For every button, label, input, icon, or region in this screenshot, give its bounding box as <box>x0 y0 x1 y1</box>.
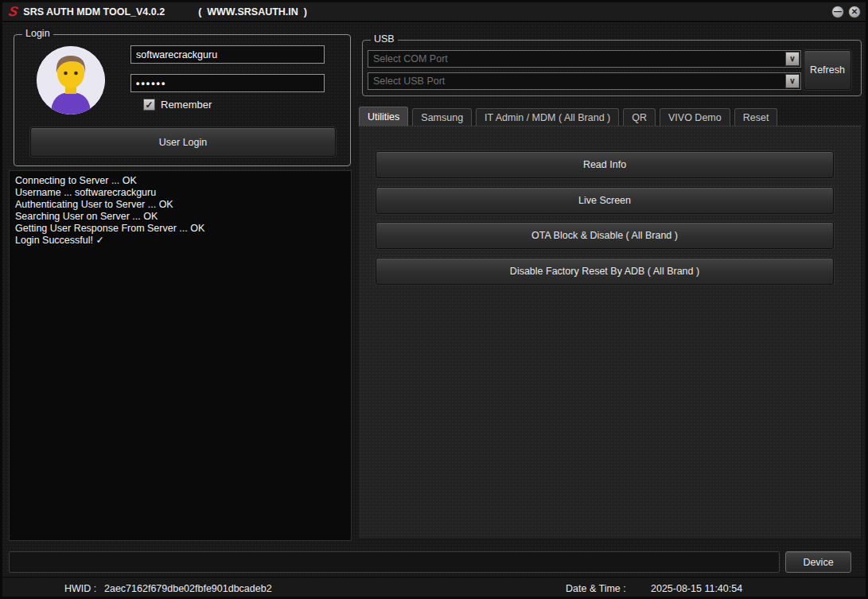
window-subtitle: ( WWW.SRSAUTH.IN ) <box>198 6 307 18</box>
username-input[interactable] <box>130 45 325 64</box>
com-port-placeholder: Select COM Port <box>368 53 785 64</box>
tab-vivo-demo[interactable]: VIVO Demo <box>660 108 730 126</box>
window-title: SRS AUTH MDM TOOL_V4.0.2 <box>23 6 165 18</box>
com-port-select[interactable]: Select COM Port ∨ <box>368 50 801 68</box>
tab-it-admin-mdm[interactable]: IT Admin / MDM ( All Brand ) <box>476 108 619 126</box>
minimize-icon: — <box>834 7 842 16</box>
log-line: Getting User Response From Server ... OK <box>15 223 345 235</box>
hwid-value: 2aec7162f679dbe02fbfe901dbcadeb2 <box>104 583 272 594</box>
password-input[interactable] <box>130 74 325 92</box>
log-output-panel[interactable]: Connecting to Server ... OK Username ...… <box>9 170 352 541</box>
tab-bar: Utilities Samsung IT Admin / MDM ( All B… <box>359 107 777 126</box>
usb-groupbox: USB Select COM Port ∨ Select USB Port ∨ … <box>362 40 862 96</box>
log-line: Searching User on Server ... OK <box>15 211 345 223</box>
minimize-button[interactable]: — <box>831 6 844 18</box>
tab-samsung[interactable]: Samsung <box>412 108 472 126</box>
log-line: Username ... softwarecrackguru <box>15 187 345 199</box>
hwid-label: HWID : <box>64 583 96 594</box>
app-logo-icon: S <box>7 5 18 18</box>
close-icon: ✕ <box>851 7 858 16</box>
remember-checkbox-row[interactable]: ✓ Remember <box>143 99 212 111</box>
progress-bar <box>9 551 780 573</box>
live-screen-button[interactable]: Live Screen <box>376 187 834 214</box>
usb-group-label: USB <box>371 33 398 45</box>
device-button-label: Device <box>803 557 833 568</box>
datetime-label: Date & Time : <box>566 583 626 594</box>
log-line: Login Successful! ✓ <box>15 235 345 247</box>
chevron-down-icon[interactable]: ∨ <box>785 74 800 88</box>
avatar <box>37 46 105 115</box>
disable-factory-reset-button[interactable]: Disable Factory Reset By ADB ( All Brand… <box>376 258 834 285</box>
ota-block-disable-button[interactable]: OTA Block & Disable ( All Brand ) <box>376 222 834 249</box>
check-icon: ✓ <box>145 99 153 111</box>
device-button[interactable]: Device <box>785 551 851 573</box>
datetime-value: 2025-08-15 11:40:54 <box>651 583 742 594</box>
remember-label: Remember <box>161 99 212 111</box>
read-info-button[interactable]: Read Info <box>376 151 834 178</box>
chevron-down-icon[interactable]: ∨ <box>785 52 800 66</box>
login-groupbox: Login ✓ Remember User Login <box>14 34 351 166</box>
ota-block-disable-button-label: OTA Block & Disable ( All Brand ) <box>531 230 678 241</box>
log-line: Authenticating User to Server ... OK <box>15 199 345 211</box>
usb-port-placeholder: Select USB Port <box>368 76 785 87</box>
refresh-button[interactable]: Refresh <box>804 50 851 90</box>
tab-qr[interactable]: QR <box>623 108 656 126</box>
login-group-label: Login <box>22 28 53 39</box>
user-login-button[interactable]: User Login <box>30 127 336 157</box>
log-line: Connecting to Server ... OK <box>15 175 345 187</box>
usb-port-select[interactable]: Select USB Port ∨ <box>368 72 801 90</box>
tab-reset[interactable]: Reset <box>734 108 778 126</box>
utilities-tab-panel: Read Info Live Screen OTA Block & Disabl… <box>358 126 862 539</box>
live-screen-button-label: Live Screen <box>578 195 631 206</box>
status-bar: HWID : 2aec7162f679dbe02fbfe901dbcadeb2 … <box>2 577 866 599</box>
read-info-button-label: Read Info <box>583 159 626 170</box>
refresh-button-label: Refresh <box>810 64 845 76</box>
close-button[interactable]: ✕ <box>848 6 861 18</box>
disable-factory-reset-button-label: Disable Factory Reset By ADB ( All Brand… <box>510 266 699 277</box>
title-bar: S SRS AUTH MDM TOOL_V4.0.2 ( WWW.SRSAUTH… <box>2 2 866 22</box>
user-login-button-label: User Login <box>159 137 207 148</box>
tab-utilities[interactable]: Utilities <box>359 107 408 126</box>
app-window: S SRS AUTH MDM TOOL_V4.0.2 ( WWW.SRSAUTH… <box>0 0 868 599</box>
remember-checkbox[interactable]: ✓ <box>143 99 155 111</box>
